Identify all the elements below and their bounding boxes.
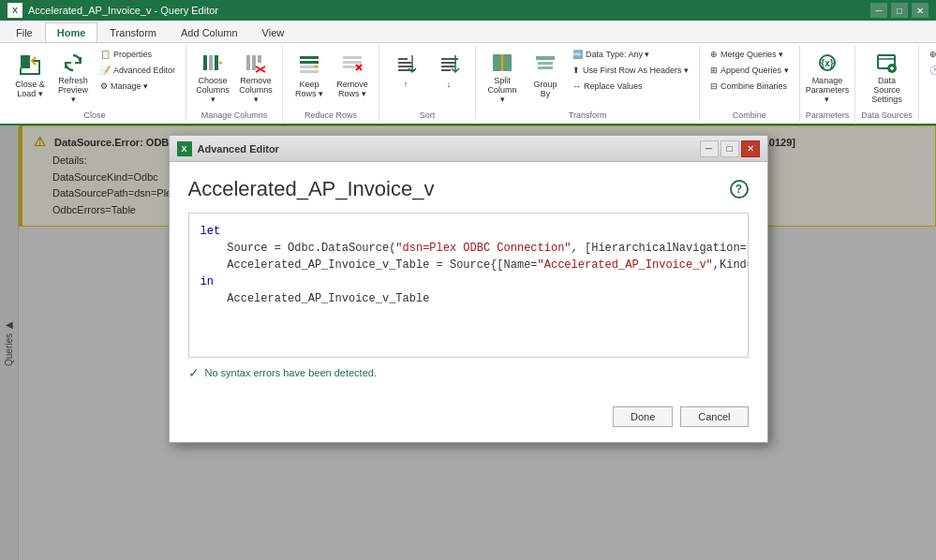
sort-asc-button[interactable]: ↑ xyxy=(385,47,426,109)
dialog-footer: Done Cancel xyxy=(170,399,767,442)
close-group-label: Close xyxy=(84,109,106,120)
sort-desc-button[interactable]: ↓ xyxy=(428,47,469,109)
new-source-button[interactable]: ⊕ New Source ▾ xyxy=(925,47,936,62)
sort-desc-icon xyxy=(436,52,462,78)
first-row-label: Use First Row As Headers ▾ xyxy=(583,66,689,75)
replace-values-label: Replace Values xyxy=(584,81,642,91)
dialog-close-button[interactable]: ✕ xyxy=(741,140,760,157)
keep-rows-button[interactable]: KeepRows ▾ xyxy=(289,47,330,109)
ribbon-group-manage-columns: ChooseColumns ▾ RemoveColumns ▾ Manage C… xyxy=(186,45,283,122)
close-load-button[interactable]: Close &Load ▾ xyxy=(9,47,51,109)
remove-columns-button[interactable]: RemoveColumns ▾ xyxy=(235,47,276,109)
refresh-icon xyxy=(60,52,86,74)
keep-rows-icon xyxy=(296,52,322,78)
transform-col: 🔤 Data Type: Any ▾ ⬆ Use First Row As He… xyxy=(568,47,693,94)
code-editor[interactable]: let Source = Odbc.DataSource("dsn=Plex O… xyxy=(188,213,749,358)
combine-label: Combine Binaries xyxy=(721,81,787,91)
combine-icon: ⊟ xyxy=(710,81,718,91)
ribbon-group-close: Close &Load ▾ RefreshPreview ▾ 📋 Propert… xyxy=(4,45,186,122)
append-queries-button[interactable]: ⊞ Append Queries ▾ xyxy=(706,63,794,78)
modal-overlay: X Advanced Editor ─ □ ✕ Accelerated_AP_I… xyxy=(0,125,936,560)
query-col: 📋 Properties 📝 Advanced Editor ⚙ Manage … xyxy=(96,47,180,94)
merge-label: Merge Queries ▾ xyxy=(721,50,783,59)
svg-rect-14 xyxy=(343,61,362,64)
dialog-minimize-button[interactable]: ─ xyxy=(700,140,719,157)
refresh-preview-button[interactable]: RefreshPreview ▾ xyxy=(52,47,94,109)
replace-values-icon: ↔ xyxy=(572,81,581,91)
combine-buttons: ⊕ Merge Queries ▾ ⊞ Append Queries ▾ ⊟ C… xyxy=(706,47,794,109)
svg-text:{x}: {x} xyxy=(821,58,833,68)
merge-icon: ⊕ xyxy=(710,50,718,59)
main-layout: ◀ Queries ⚠ DataSource.Error: ODBC: ERRO… xyxy=(0,125,936,560)
advanced-editor-button[interactable]: 📝 Advanced Editor xyxy=(96,63,180,78)
ribbon-group-data-sources: Data SourceSettings Data Sources xyxy=(855,45,919,122)
maximize-button[interactable]: □ xyxy=(891,3,908,18)
advanced-editor-label: Advanced Editor xyxy=(113,66,175,75)
tab-add-column[interactable]: Add Column xyxy=(169,22,250,42)
data-source-settings-button[interactable]: Data SourceSettings xyxy=(866,47,907,109)
cancel-button[interactable]: Cancel xyxy=(680,406,748,427)
minimize-button[interactable]: ─ xyxy=(870,3,887,18)
manage-columns-buttons: ChooseColumns ▾ RemoveColumns ▾ xyxy=(192,47,276,109)
close-load-label: Close &Load ▾ xyxy=(15,80,45,98)
split-column-button[interactable]: SplitColumn ▾ xyxy=(482,47,523,109)
dialog-maximize-button[interactable]: □ xyxy=(721,140,739,157)
svg-rect-13 xyxy=(343,56,362,59)
reduce-rows-buttons: KeepRows ▾ RemoveRows ▾ xyxy=(289,47,373,109)
dialog-body: Accelerated_AP_Invoice_v ? let Source = … xyxy=(170,162,767,399)
recent-sources-button[interactable]: 🕐 Recent Sources ▾ xyxy=(925,63,936,78)
manage-params-icon: {x} xyxy=(814,52,840,74)
dialog-icon: X xyxy=(177,141,192,156)
remove-rows-button[interactable]: RemoveRows ▾ xyxy=(332,47,373,109)
svg-rect-29 xyxy=(536,56,555,60)
refresh-label: RefreshPreview ▾ xyxy=(55,76,91,104)
status-check-icon: ✓ xyxy=(188,365,200,380)
remove-columns-label: RemoveColumns ▾ xyxy=(238,76,274,104)
close-button[interactable]: ✕ xyxy=(912,3,929,18)
group-by-button[interactable]: GroupBy xyxy=(525,47,566,109)
done-button[interactable]: Done xyxy=(613,406,673,427)
first-row-button[interactable]: ⬆ Use First Row As Headers ▾ xyxy=(568,63,693,78)
ribbon-group-combine: ⊕ Merge Queries ▾ ⊞ Append Queries ▾ ⊟ C… xyxy=(700,45,800,122)
title-bar: X Accelerated_AP_Invoice_v - Query Edito… xyxy=(0,0,936,21)
dialog-title: Advanced Editor xyxy=(198,143,279,155)
manage-icon: ⚙ xyxy=(100,81,108,91)
help-button[interactable]: ? xyxy=(730,180,749,199)
choose-columns-button[interactable]: ChooseColumns ▾ xyxy=(192,47,233,109)
transform-buttons: SplitColumn ▾ GroupBy 🔤 Data Type: Any ▾… xyxy=(482,47,693,109)
remove-columns-icon xyxy=(243,52,269,74)
combine-binaries-button[interactable]: ⊟ Combine Binaries xyxy=(706,79,794,94)
dialog-controls: ─ □ ✕ xyxy=(700,140,760,157)
recent-sources-icon: 🕐 xyxy=(929,66,936,75)
tab-transform[interactable]: Transform xyxy=(97,22,169,42)
data-source-settings-icon xyxy=(873,52,899,74)
ribbon-group-sort: ↑ ↓ Sort xyxy=(379,45,476,122)
remove-rows-label: RemoveRows ▾ xyxy=(336,80,368,98)
ribbon-group-new-query: ⊕ New Source ▾ 🕐 Recent Sources ▾ New Qu… xyxy=(919,45,936,122)
ribbon: Close &Load ▾ RefreshPreview ▾ 📋 Propert… xyxy=(0,43,936,125)
manage-params-button[interactable]: {x} ManageParameters ▾ xyxy=(807,47,848,109)
tab-home[interactable]: Home xyxy=(45,22,98,42)
data-type-button[interactable]: 🔤 Data Type: Any ▾ xyxy=(568,47,693,62)
svg-rect-5 xyxy=(252,55,256,70)
sort-asc-icon xyxy=(393,52,419,78)
merge-queries-button[interactable]: ⊕ Merge Queries ▾ xyxy=(706,47,794,62)
data-type-icon: 🔤 xyxy=(572,50,583,59)
manage-button[interactable]: ⚙ Manage ▾ xyxy=(96,79,180,94)
keep-rows-label: KeepRows ▾ xyxy=(295,80,323,98)
sort-buttons: ↑ ↓ xyxy=(385,47,469,109)
params-buttons: {x} ManageParameters ▾ xyxy=(807,47,848,109)
replace-values-button[interactable]: ↔ Replace Values xyxy=(568,79,693,94)
svg-rect-1 xyxy=(203,55,207,70)
append-label: Append Queries ▾ xyxy=(721,66,789,75)
advanced-editor-icon: 📝 xyxy=(100,66,111,75)
tab-view[interactable]: View xyxy=(250,22,297,42)
new-source-icon: ⊕ xyxy=(929,50,936,59)
reduce-rows-label: Reduce Rows xyxy=(305,109,357,120)
properties-button[interactable]: 📋 Properties xyxy=(96,47,180,62)
svg-rect-6 xyxy=(258,55,261,63)
sort-asc-label: ↑ xyxy=(404,80,409,89)
choose-columns-icon xyxy=(200,52,226,74)
tab-file[interactable]: File xyxy=(4,22,45,42)
close-group-buttons: Close &Load ▾ RefreshPreview ▾ 📋 Propert… xyxy=(9,47,180,109)
